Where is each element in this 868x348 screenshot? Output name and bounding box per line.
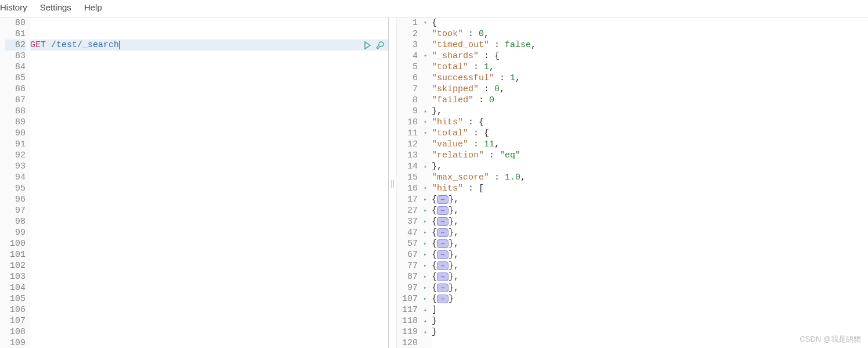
collapsed-object-icon[interactable] xyxy=(437,195,449,204)
fold-toggle-icon[interactable]: ▴ xyxy=(421,304,427,315)
menu-settings[interactable]: Settings xyxy=(40,2,71,12)
response-line: } xyxy=(432,315,868,327)
menu-help[interactable]: Help xyxy=(84,2,102,12)
fold-toggle-icon[interactable]: ▴ xyxy=(421,161,427,172)
json-punctuation: : xyxy=(468,139,484,150)
fold-toggle-icon[interactable]: ▸ xyxy=(421,194,427,205)
json-punctuation: } xyxy=(432,315,437,327)
fold-toggle-icon[interactable]: ▾ xyxy=(421,17,427,28)
json-key: "took" xyxy=(432,28,463,40)
fold-toggle-icon[interactable]: ▴ xyxy=(421,106,427,117)
collapsed-object-icon[interactable] xyxy=(437,295,449,303)
response-line: { xyxy=(432,17,868,28)
fold-toggle-icon[interactable]: ▾ xyxy=(421,128,427,139)
collapsed-object-icon[interactable] xyxy=(437,239,449,248)
fold-toggle-icon[interactable]: ▴ xyxy=(421,315,427,327)
json-punctuation: , xyxy=(515,73,520,84)
fold-toggle-icon[interactable]: ▸ xyxy=(421,249,427,260)
http-method: GET xyxy=(30,40,46,50)
response-line: "successful" : 1, xyxy=(432,73,868,84)
fold-toggle-icon[interactable]: ▸ xyxy=(421,282,427,293)
response-line: {}, xyxy=(432,260,868,271)
json-punctuation: }, xyxy=(449,205,459,216)
run-query-icon[interactable] xyxy=(363,41,372,50)
json-punctuation: , xyxy=(500,84,505,95)
request-code[interactable]: GET /test/_search xyxy=(30,17,388,348)
response-line: "max_score" : 1.0, xyxy=(432,172,868,183)
collapsed-object-icon[interactable] xyxy=(437,228,449,237)
collapsed-object-icon[interactable] xyxy=(437,272,449,281)
json-punctuation: }, xyxy=(432,106,442,117)
fold-toggle-icon[interactable]: ▾ xyxy=(421,183,427,194)
json-punctuation: { xyxy=(432,249,437,260)
json-punctuation: }, xyxy=(449,249,459,260)
fold-toggle-icon[interactable]: ▸ xyxy=(421,238,427,249)
menu-history[interactable]: History xyxy=(0,2,27,12)
response-line: {}, xyxy=(432,249,868,260)
fold-toggle-icon[interactable]: ▸ xyxy=(421,293,427,304)
collapsed-object-icon[interactable] xyxy=(437,284,449,292)
json-punctuation: { xyxy=(432,17,437,28)
json-punctuation: ] xyxy=(432,304,437,315)
response-line: "took" : 0, xyxy=(432,28,868,40)
json-punctuation: { xyxy=(432,282,437,293)
fold-toggle-icon[interactable]: ▴ xyxy=(421,327,427,338)
response-line: "skipped" : 0, xyxy=(432,84,868,95)
response-line: "total" : 1, xyxy=(432,62,868,73)
json-punctuation: { xyxy=(432,293,437,304)
response-line: "hits" : [ xyxy=(432,183,868,194)
json-punctuation: , xyxy=(484,28,489,40)
fold-toggle-icon[interactable]: ▾ xyxy=(421,51,427,62)
json-punctuation: { xyxy=(432,205,437,216)
json-punctuation: { xyxy=(432,260,437,271)
fold-toggle-icon[interactable]: ▸ xyxy=(421,271,427,282)
json-punctuation: }, xyxy=(449,227,459,238)
response-line: }, xyxy=(432,106,868,117)
collapsed-object-icon[interactable] xyxy=(437,217,449,226)
response-code[interactable]: { "took" : 0, "timed_out" : false, "_sha… xyxy=(432,17,868,348)
json-punctuation: }, xyxy=(449,282,459,293)
response-line: {}, xyxy=(432,216,868,227)
json-key: "total" xyxy=(432,62,468,73)
json-punctuation: : xyxy=(468,62,484,73)
collapsed-object-icon[interactable] xyxy=(437,261,449,270)
fold-toggle-icon[interactable]: ▸ xyxy=(421,260,427,271)
json-number: 1.0 xyxy=(505,172,520,183)
request-editor[interactable]: 8081828384858687888990919293949596979899… xyxy=(0,17,389,348)
json-number: 0 xyxy=(479,28,484,40)
json-punctuation: }, xyxy=(449,238,459,249)
json-punctuation: , xyxy=(520,172,526,183)
collapsed-object-icon[interactable] xyxy=(437,206,449,215)
fold-toggle-icon[interactable]: ▾ xyxy=(421,117,427,128)
response-line: {} xyxy=(432,293,868,304)
json-punctuation: : xyxy=(484,150,500,161)
json-number: 0 xyxy=(489,95,494,106)
json-punctuation: { xyxy=(432,271,437,282)
json-key: "max_score" xyxy=(432,172,489,183)
json-punctuation: }, xyxy=(449,260,459,271)
pane-divider[interactable]: ∥ xyxy=(389,17,397,348)
json-key: "hits" xyxy=(432,183,463,194)
json-key: "relation" xyxy=(432,150,484,161)
json-number: 1 xyxy=(484,62,489,73)
fold-toggle-icon[interactable]: ▸ xyxy=(421,216,427,227)
json-punctuation: { xyxy=(432,238,437,249)
request-line[interactable]: GET /test/_search xyxy=(30,40,120,51)
json-punctuation: { xyxy=(432,216,437,227)
json-punctuation: : xyxy=(494,73,510,84)
json-number: 1 xyxy=(510,73,515,84)
json-punctuation: : xyxy=(473,95,489,106)
json-punctuation: }, xyxy=(432,161,442,172)
response-gutter: 1▾234▾56789▴10▾11▾121314▴1516▾17▸27▸37▸4… xyxy=(397,17,432,348)
collapsed-object-icon[interactable] xyxy=(437,250,449,259)
json-key: "hits" xyxy=(432,117,463,128)
fold-toggle-icon[interactable]: ▸ xyxy=(421,227,427,238)
response-line: "failed" : 0 xyxy=(432,95,868,106)
response-viewer: 1▾234▾56789▴10▾11▾121314▴1516▾17▸27▸37▸4… xyxy=(397,17,868,348)
json-punctuation: }, xyxy=(449,216,459,227)
wrench-icon[interactable] xyxy=(375,41,385,50)
json-punctuation: : [ xyxy=(463,183,484,194)
fold-toggle-icon[interactable]: ▸ xyxy=(421,205,427,216)
response-line: {}, xyxy=(432,238,868,249)
json-punctuation: : xyxy=(489,40,505,51)
